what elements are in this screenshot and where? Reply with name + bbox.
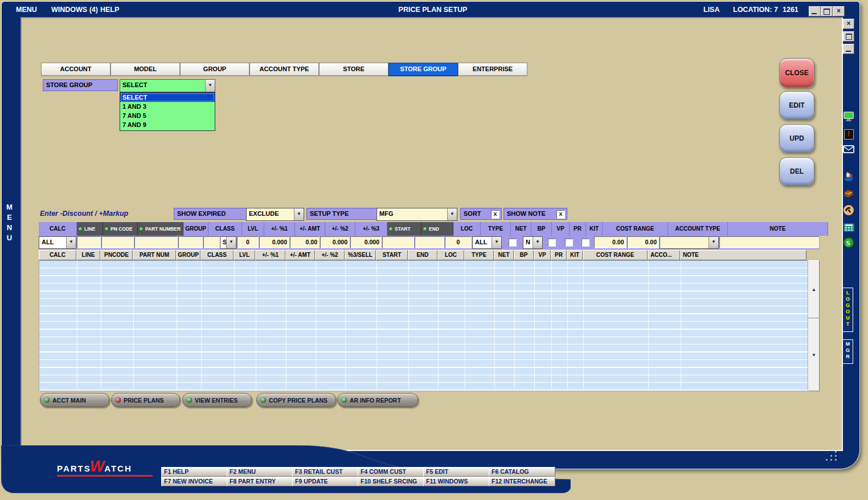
upd-button[interactable]: UPD — [779, 124, 814, 153]
grid-col-class[interactable]: CLASS — [200, 250, 234, 260]
view-entries-button[interactable]: VIEW ENTRIES — [182, 393, 252, 407]
maximize-button[interactable] — [821, 6, 833, 17]
f6-catalog-key[interactable]: F6 CATALOG — [489, 467, 555, 477]
f8-part-entry-key[interactable]: F8 PART ENTRY — [227, 477, 293, 486]
grid-col-end[interactable]: END — [408, 250, 437, 260]
mgr-button[interactable]: MGR — [842, 339, 853, 364]
grid-col-loc[interactable]: LOC — [437, 250, 464, 260]
grid-col-2[interactable]: +/- %2 — [315, 250, 345, 260]
grid-col-acco[interactable]: ACCO... — [648, 250, 680, 260]
sort-checkbox[interactable]: X — [491, 210, 499, 219]
chevron-down-icon[interactable]: ▼ — [709, 237, 718, 248]
monitor-icon[interactable] — [843, 110, 854, 122]
entry-amt-input[interactable]: 0.00 — [290, 236, 320, 248]
f9-update-key[interactable]: F9 UPDATE — [292, 477, 359, 486]
grid-col-amt[interactable]: +/- AMT — [285, 250, 315, 260]
entry-start-input[interactable] — [382, 236, 414, 248]
entry-lvl-input[interactable]: 0 — [237, 236, 259, 248]
calculator-icon[interactable] — [843, 222, 854, 233]
grid-col-vp[interactable]: VP — [534, 250, 551, 260]
entry-col-line[interactable]: LINE — [77, 222, 103, 236]
entry-note-input[interactable] — [719, 236, 819, 248]
entry-class-input[interactable] — [203, 236, 220, 248]
scroll-down-button[interactable]: ▼ — [808, 318, 820, 391]
chevron-down-icon[interactable]: ▼ — [533, 237, 542, 248]
grid-col-line[interactable]: LINE — [76, 250, 100, 260]
copy-price-plans-button[interactable]: COPY PRICE PLANS — [256, 393, 336, 407]
tab-enterprise[interactable]: ENTERPRISE — [458, 63, 527, 76]
grid-col-type[interactable]: TYPE — [464, 250, 494, 260]
alert-icon[interactable]: ! — [843, 129, 854, 140]
price-plans-button[interactable]: PRICE PLANS — [111, 393, 180, 407]
ar-info-report-button[interactable]: AR INFO REPORT — [337, 393, 418, 407]
chevron-down-icon[interactable]: ▼ — [447, 208, 457, 220]
panel-restore-button[interactable] — [843, 31, 854, 42]
panel-minimize-button[interactable] — [843, 44, 854, 54]
logout-button[interactable]: LOGOUT — [842, 288, 853, 332]
store-group-select[interactable]: SELECT ▼ — [120, 79, 215, 92]
grid-col-3-sell[interactable]: %3/SELL — [345, 250, 376, 260]
entry-partnum-input[interactable] — [134, 236, 178, 248]
entry-pr-checkbox[interactable] — [565, 239, 573, 247]
tab-account[interactable]: ACCOUNT — [41, 63, 110, 76]
entry-bp-select[interactable]: N▼ — [523, 236, 543, 249]
grid-col-part-num[interactable]: PART NUM — [133, 250, 176, 260]
f7-new-invoice-key[interactable]: F7 NEW INVOICE — [161, 477, 228, 486]
grid-col-kit[interactable]: KIT — [567, 250, 583, 260]
entry-col-partnum[interactable]: PART NUMBER — [138, 222, 183, 236]
entry-loc-input[interactable]: 0 — [445, 236, 472, 248]
entry-pncode-input[interactable] — [101, 236, 134, 248]
grid-col-pncode[interactable]: PNCODE — [100, 250, 133, 260]
grid-col-net[interactable]: NET — [494, 250, 514, 260]
f12-interchange-key[interactable]: F12 INTERCHANGE — [489, 477, 555, 486]
tab-model[interactable]: MODEL — [110, 63, 180, 76]
grid-col-start[interactable]: START — [376, 250, 408, 260]
entry-col-end[interactable]: END — [421, 222, 453, 236]
price-plan-grid[interactable] — [39, 260, 808, 391]
del-button[interactable]: DEL — [779, 157, 814, 186]
chevron-down-icon[interactable]: ▼ — [226, 237, 236, 248]
f1-help-key[interactable]: F1 HELP — [161, 467, 228, 477]
edit-button[interactable]: EDIT — [779, 91, 814, 120]
grid-col-1[interactable]: +/- %1 — [255, 250, 285, 260]
f3-retail-cust-key[interactable]: F3 RETAIL CUST — [292, 467, 359, 477]
entry-pct1-input[interactable]: 0.000 — [259, 236, 289, 248]
panel-close-button[interactable]: × — [843, 19, 854, 29]
show-note-checkbox[interactable]: X — [556, 210, 565, 219]
f5-edit-key[interactable]: F5 EDIT — [423, 467, 490, 477]
entry-class-select[interactable]: S▼ — [220, 236, 236, 249]
acct-main-button[interactable]: ACCT MAIN — [40, 393, 109, 407]
chevron-down-icon[interactable]: ▼ — [294, 208, 304, 220]
f11-windows-key[interactable]: F11 WINDOWS — [423, 477, 490, 486]
f10-shelf-srcing-key[interactable]: F10 SHELF SRCING — [358, 477, 424, 486]
dropdown-option-7-and-9[interactable]: 7 AND 9 — [120, 120, 215, 129]
dropdown-option-1-and-3[interactable]: 1 AND 3 — [120, 102, 215, 111]
entry-pct2-input[interactable]: 0.000 — [320, 236, 350, 248]
grid-col-pr[interactable]: PR — [551, 250, 567, 260]
help-book-icon[interactable]: ? — [843, 188, 854, 199]
tab-group[interactable]: GROUP — [180, 63, 249, 76]
tab-account-type[interactable]: ACCOUNT TYPE — [249, 63, 319, 76]
entry-cost-from-input[interactable]: 0.00 — [594, 236, 627, 248]
close-button[interactable]: CLOSE — [779, 58, 814, 88]
entry-cost-to-input[interactable]: 0.00 — [627, 236, 660, 248]
entry-calc-select[interactable]: ALL▼ — [39, 236, 76, 249]
entry-type-select[interactable]: ALL▼ — [472, 236, 502, 249]
chevron-down-icon[interactable]: ▼ — [205, 80, 215, 92]
show-expired-select[interactable]: EXCLUDE ▼ — [246, 208, 304, 221]
grid-col-bp[interactable]: BP — [514, 250, 534, 260]
entry-group-input[interactable] — [178, 236, 203, 248]
shipping-icon[interactable] — [843, 171, 854, 182]
entry-account-type-select[interactable]: ▼ — [660, 236, 719, 249]
f2-menu-key[interactable]: F2 MENU — [227, 467, 293, 477]
grid-col-lvl[interactable]: LVL — [234, 250, 255, 260]
tab-store-group[interactable]: STORE GROUP — [388, 63, 458, 76]
entry-col-start[interactable]: START — [387, 222, 421, 236]
chevron-down-icon[interactable]: ▼ — [492, 237, 501, 248]
entry-line-input[interactable] — [77, 236, 101, 248]
entry-pct3-input[interactable]: 0.000 — [350, 236, 382, 248]
entry-col-pncode[interactable]: PN CODE — [103, 222, 138, 236]
grid-col-note[interactable]: NOTE — [680, 250, 806, 260]
grid-scrollbar[interactable]: ▲ ▼ — [808, 260, 818, 390]
grid-col-group[interactable]: GROUP — [176, 250, 200, 260]
